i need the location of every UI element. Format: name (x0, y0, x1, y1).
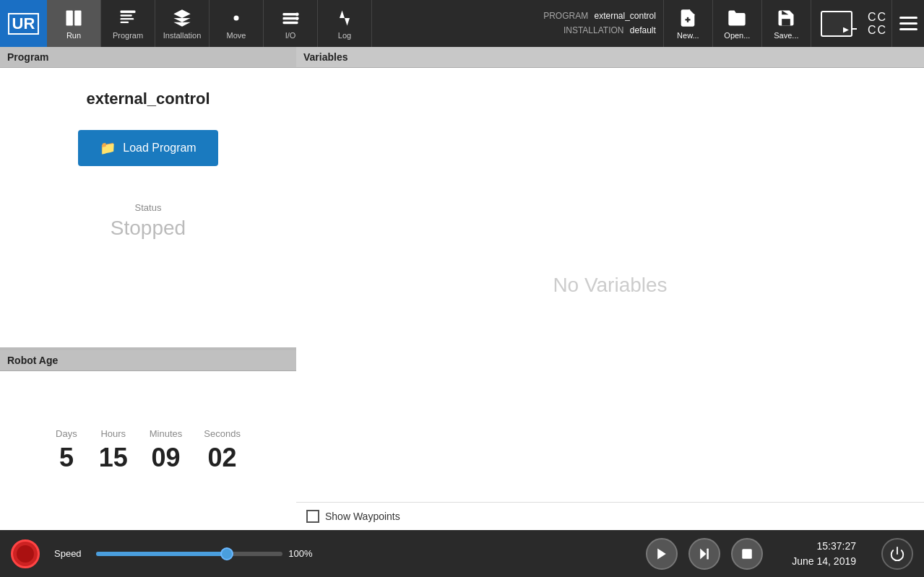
right-panel: Variables No Variables Show Waypoints (296, 47, 924, 530)
step-button[interactable] (688, 538, 720, 570)
cc-item-2[interactable]: C (877, 12, 886, 23)
variables-footer: Show Waypoints (296, 502, 924, 530)
days-label: Days (56, 428, 77, 439)
tab-io-label: I/O (285, 31, 296, 40)
nav-right: C C C C (811, 0, 924, 47)
installation-label: INSTALLATION (564, 25, 624, 35)
no-variables-text: No Variables (553, 274, 667, 297)
speed-slider[interactable] (96, 552, 283, 556)
status-section: Status Stopped (111, 202, 186, 240)
cc-item-1[interactable]: C (868, 12, 876, 23)
program-content: external_control 📁 Load Program Status S… (0, 68, 296, 347)
power-button[interactable] (881, 538, 913, 570)
program-panel-header: Program (0, 47, 296, 68)
new-icon (678, 8, 698, 28)
tab-run[interactable]: Run (47, 0, 101, 47)
left-panel: Program external_control 📁 Load Program … (0, 47, 296, 530)
svg-marker-14 (657, 548, 666, 559)
speed-slider-container: 100% (96, 548, 313, 559)
installation-icon (172, 8, 192, 28)
minutes-label: Minutes (150, 428, 183, 439)
svg-marker-15 (700, 548, 706, 559)
save-button-label: Save... (774, 31, 798, 40)
days-value: 5 (59, 443, 74, 473)
tab-program-label: Program (113, 31, 143, 40)
io-icon (280, 8, 301, 28)
new-button-label: New... (677, 31, 699, 40)
nav-tabs: Run Program Installation Move I/O Log (47, 0, 372, 47)
program-section: Program external_control 📁 Load Program … (0, 47, 296, 347)
save-button[interactable]: Save... (761, 0, 811, 47)
stop-button[interactable] (731, 538, 763, 570)
speed-fill (96, 552, 227, 556)
bottom-bar: Speed 100% 15:37:27 June 14, 2019 (0, 530, 924, 577)
hours-value: 15 (99, 443, 128, 473)
tab-io[interactable]: I/O (264, 0, 318, 47)
tab-run-label: Run (66, 31, 81, 40)
robot-age-section: Robot Age Days 5 Hours 15 Minutes 09 (0, 350, 296, 530)
svg-rect-4 (121, 18, 134, 19)
status-label: Status (111, 202, 186, 213)
hours-label: Hours (100, 428, 126, 439)
screen-button[interactable] (811, 0, 862, 47)
robot-age-header: Robot Age (0, 350, 296, 371)
emergency-stop-inner (17, 545, 34, 563)
play-button[interactable] (646, 538, 678, 570)
program-label: PROGRAM (543, 11, 588, 21)
cc-item-3[interactable]: C (868, 25, 876, 36)
days-unit: Days 5 (56, 428, 77, 473)
nav-actions: New... Open... Save... (663, 0, 811, 47)
waypoints-checkbox-box[interactable] (306, 510, 319, 523)
svg-rect-16 (707, 548, 709, 559)
open-icon (727, 8, 747, 28)
minutes-value: 09 (152, 443, 181, 473)
svg-rect-9 (283, 21, 298, 23)
move-icon (226, 8, 246, 28)
hamburger-menu[interactable] (891, 0, 924, 47)
ur-logo: UR (0, 0, 47, 47)
waypoints-checkbox-label: Show Waypoints (325, 511, 400, 522)
stop-icon (741, 547, 754, 560)
power-icon (889, 546, 905, 562)
speed-thumb[interactable] (220, 547, 233, 560)
log-icon (334, 8, 355, 28)
program-info-row: PROGRAM external_control (543, 9, 656, 23)
svg-rect-5 (121, 21, 129, 22)
hamburger-line-3 (899, 28, 917, 30)
installation-value: default (630, 25, 656, 35)
variables-header: Variables (296, 47, 924, 68)
robot-age-content: Days 5 Hours 15 Minutes 09 Seconds 02 (0, 371, 296, 530)
tab-move[interactable]: Move (210, 0, 264, 47)
show-waypoints-checkbox[interactable]: Show Waypoints (306, 510, 400, 523)
load-program-button[interactable]: 📁 Load Program (78, 130, 217, 166)
datetime-display: 15:37:27 June 14, 2019 (792, 539, 856, 569)
open-button[interactable]: Open... (712, 0, 761, 47)
program-value: external_control (594, 11, 655, 21)
ur-logo-text: UR (8, 13, 40, 35)
tab-installation-label: Installation (163, 31, 202, 40)
tab-log[interactable]: Log (318, 0, 372, 47)
svg-rect-2 (121, 10, 136, 13)
save-icon (776, 8, 796, 28)
minutes-unit: Minutes 09 (150, 428, 183, 473)
new-button[interactable]: New... (663, 0, 712, 47)
speed-percent: 100% (288, 548, 312, 559)
seconds-label: Seconds (204, 428, 241, 439)
playback-controls (646, 538, 763, 570)
play-icon (655, 547, 669, 561)
cc-grid: C C C C (862, 6, 891, 42)
hamburger-line-2 (899, 22, 917, 25)
program-name: external_control (86, 90, 210, 108)
seconds-unit: Seconds 02 (204, 428, 241, 473)
svg-rect-1 (74, 10, 81, 25)
tab-installation[interactable]: Installation (155, 0, 210, 47)
emergency-stop-button[interactable] (11, 539, 40, 568)
cc-item-4[interactable]: C (877, 25, 886, 36)
run-icon (64, 8, 84, 28)
folder-icon: 📁 (100, 140, 116, 156)
svg-rect-3 (121, 14, 132, 16)
tab-move-label: Move (227, 31, 246, 40)
tab-program[interactable]: Program (101, 0, 155, 47)
hamburger-line-1 (899, 17, 917, 19)
svg-point-11 (295, 17, 299, 20)
